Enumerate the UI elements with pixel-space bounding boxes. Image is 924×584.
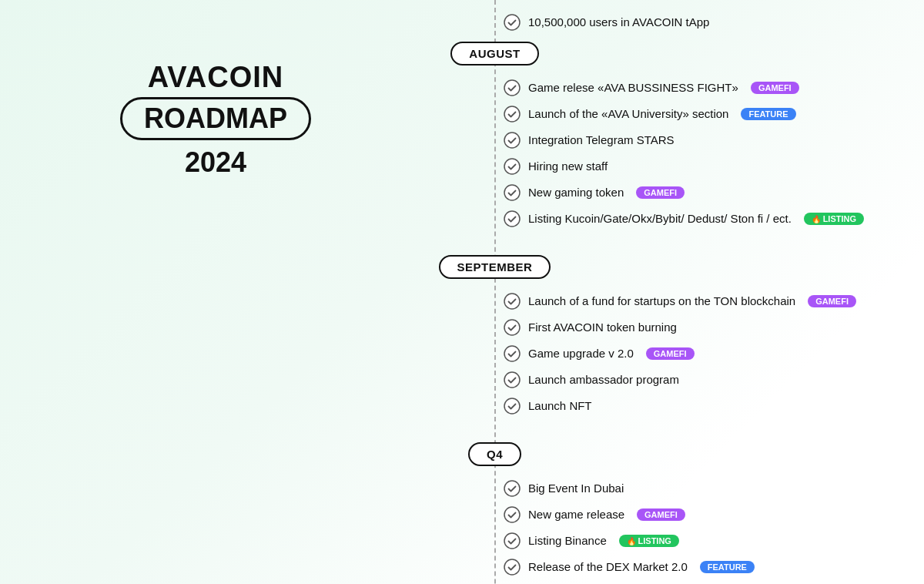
logo-area: AVACOIN ROADMAP 2024 (120, 62, 311, 179)
check-icon-september-3 (504, 371, 521, 388)
item-text-august-2: Integration Telegram STARS (528, 133, 675, 148)
item-text-august-1: Launch of the «AVA University» section (528, 106, 728, 122)
item-text-september-2: Game upgrade v 2.0 (528, 346, 634, 361)
item-text-september-0: Launch of a fund for startups on the TON… (528, 294, 795, 309)
right-panel: 10,500,000 users in AVACOIN tApp AUGUST … (431, 0, 924, 584)
item-row-q4-2: Listing BinanceLISTING (504, 528, 901, 554)
badge-q4-2: LISTING (619, 535, 679, 547)
svg-point-5 (504, 185, 520, 200)
svg-point-9 (504, 346, 520, 361)
badge-august-4: GAMEFI (636, 186, 685, 199)
sections-container: AUGUST Game relese «AVA BUSSINESS FIGHT»… (431, 42, 901, 584)
item-text-september-1: First AVACOIN token burning (528, 320, 677, 335)
month-row-august: AUGUST (431, 42, 901, 65)
check-icon-august-0 (504, 79, 521, 96)
month-row-q4: Q4 (431, 442, 901, 466)
svg-point-3 (504, 133, 520, 148)
item-row-q4-4: Reached 100,000,000 users in AVACOIN tAp… (504, 580, 901, 584)
check-icon-q4-1 (504, 506, 521, 523)
svg-point-10 (504, 372, 520, 388)
item-row-q4-0: Big Event In Dubai (504, 475, 901, 502)
logo-line2: ROADMAP (120, 97, 311, 140)
month-label-wrap-august: AUGUST (431, 42, 558, 65)
item-row-august-5: Listing Kucoin/Gate/Okx/Bybit/ Dedust/ S… (504, 206, 901, 232)
svg-point-14 (504, 533, 520, 549)
item-row-q4-3: Release of the DEX Market 2.0FEATURE (504, 554, 901, 580)
page-container: AVACOIN ROADMAP 2024 10,500,000 users in… (0, 0, 924, 584)
check-icon-august-2 (504, 132, 521, 149)
check-icon-august-3 (504, 158, 521, 175)
badge-august-1: FEATURE (741, 108, 795, 120)
month-label-q4: Q4 (468, 442, 521, 466)
logo-line1: AVACOIN (120, 62, 311, 94)
logo-line3: 2024 (120, 146, 311, 179)
badge-september-0: GAMEFI (808, 295, 856, 307)
check-icon-august-5 (504, 210, 521, 227)
top-item-row: 10,500,000 users in AVACOIN tApp (431, 8, 901, 42)
month-label-august: AUGUST (450, 42, 538, 65)
badge-august-0: GAMEFI (751, 82, 799, 94)
item-row-august-4: New gaming tokenGAMEFI (504, 180, 901, 206)
section-september: SEPTEMBER Launch of a fund for startups … (431, 255, 901, 427)
section-august: AUGUST Game relese «AVA BUSSINESS FIGHT»… (431, 42, 901, 240)
month-row-september: SEPTEMBER (431, 255, 901, 279)
item-row-august-2: Integration Telegram STARS (504, 127, 901, 153)
check-icon-august-1 (504, 106, 521, 123)
timeline-content: 10,500,000 users in AVACOIN tApp AUGUST … (431, 0, 901, 584)
item-text-august-4: New gaming token (528, 185, 624, 200)
svg-point-11 (504, 398, 520, 414)
item-text-september-4: Launch NFT (528, 398, 592, 414)
check-icon-september-0 (504, 293, 521, 310)
item-row-september-4: Launch NFT (504, 393, 901, 419)
check-icon-september-2 (504, 345, 521, 362)
svg-point-7 (504, 294, 520, 309)
item-row-september-2: Game upgrade v 2.0GAMEFI (504, 341, 901, 367)
item-text-q4-2: Listing Binance (528, 533, 607, 549)
item-row-august-1: Launch of the «AVA University» sectionFE… (504, 101, 901, 127)
check-icon-august-4 (504, 184, 521, 201)
svg-point-8 (504, 320, 520, 335)
item-text-august-3: Hiring new staff (528, 159, 608, 174)
month-label-september: SEPTEMBER (439, 255, 551, 279)
svg-point-15 (504, 559, 520, 575)
check-icon-q4-2 (504, 532, 521, 549)
items-list-september: Launch of a fund for startups on the TON… (431, 282, 901, 419)
svg-point-12 (504, 481, 520, 496)
item-row-september-3: Launch ambassador program (504, 367, 901, 393)
item-row-august-3: Hiring new staff (504, 153, 901, 180)
items-list-august: Game relese «AVA BUSSINESS FIGHT»GAMEFI … (431, 69, 901, 232)
item-row-september-1: First AVACOIN token burning (504, 314, 901, 341)
svg-point-4 (504, 159, 520, 174)
svg-point-2 (504, 106, 520, 122)
check-icon-top (504, 14, 521, 31)
left-panel: AVACOIN ROADMAP 2024 (0, 0, 431, 584)
top-item-text: 10,500,000 users in AVACOIN tApp (528, 15, 709, 30)
section-q4: Q4 Big Event In Dubai New game releaseGA… (431, 442, 901, 584)
month-label-wrap-september: SEPTEMBER (431, 255, 558, 279)
item-text-august-5: Listing Kucoin/Gate/Okx/Bybit/ Dedust/ S… (528, 211, 792, 227)
items-list-q4: Big Event In Dubai New game releaseGAMEF… (431, 469, 901, 584)
item-row-august-0: Game relese «AVA BUSSINESS FIGHT»GAMEFI (504, 75, 901, 101)
badge-q4-1: GAMEFI (637, 508, 685, 521)
month-label-wrap-q4: Q4 (431, 442, 558, 466)
badge-august-5: LISTING (804, 213, 864, 225)
check-icon-q4-3 (504, 559, 521, 576)
svg-point-0 (504, 15, 520, 30)
item-text-q4-1: New game release (528, 507, 624, 522)
item-row-q4-1: New game releaseGAMEFI (504, 502, 901, 528)
svg-point-1 (504, 80, 520, 96)
badge-september-2: GAMEFI (646, 347, 695, 360)
item-text-september-3: Launch ambassador program (528, 372, 679, 388)
item-text-august-0: Game relese «AVA BUSSINESS FIGHT» (528, 80, 738, 96)
svg-point-13 (504, 507, 520, 522)
badge-q4-3: FEATURE (700, 561, 755, 573)
check-icon-september-4 (504, 398, 521, 415)
check-icon-q4-0 (504, 480, 521, 497)
item-text-q4-0: Big Event In Dubai (528, 481, 624, 496)
item-row-september-0: Launch of a fund for startups on the TON… (504, 288, 901, 314)
check-icon-september-1 (504, 319, 521, 336)
item-text-q4-3: Release of the DEX Market 2.0 (528, 559, 688, 575)
svg-point-6 (504, 211, 520, 227)
